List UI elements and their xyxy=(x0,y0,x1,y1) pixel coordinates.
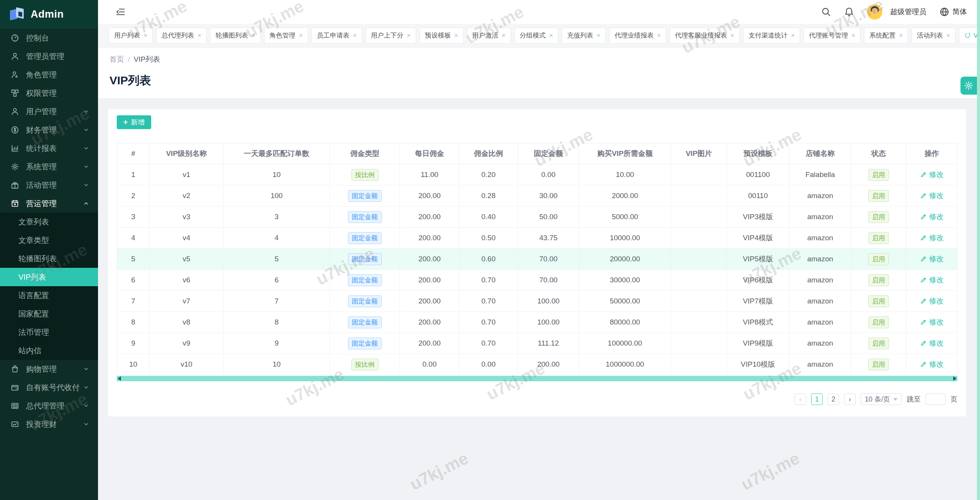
table-row-8[interactable]: 9v99固定金额200.000.70111.12100000.00VIP9模版a… xyxy=(117,333,958,354)
sidebar-item-8[interactable]: 活动管理 xyxy=(0,176,98,194)
tab-label: 活动列表 xyxy=(917,31,943,40)
submenu-item-9-4[interactable]: 语言配置 xyxy=(0,286,98,305)
table-cell: 10 xyxy=(224,354,330,375)
sidebar-item-11[interactable]: 自有账号代收付 xyxy=(0,378,98,397)
tab-3[interactable]: 角色管理× xyxy=(264,28,308,44)
tab-7[interactable]: 用户激活× xyxy=(467,28,511,44)
sidebar-item-7[interactable]: 系统管理 xyxy=(0,157,98,176)
tab-close-icon[interactable]: × xyxy=(596,32,600,39)
tab-close-icon[interactable]: × xyxy=(454,32,458,39)
edit-link[interactable]: 修改 xyxy=(920,317,944,327)
tab-4[interactable]: 员工申请表× xyxy=(312,28,362,44)
tab-close-icon[interactable]: × xyxy=(144,32,147,39)
tab-close-icon[interactable]: × xyxy=(851,32,855,39)
table-row-5[interactable]: 6v66固定金额200.000.7070.0030000.00VIP6模版ama… xyxy=(117,270,958,291)
submenu-item-9-7[interactable]: 站内信 xyxy=(0,341,98,360)
language-switcher[interactable]: 简体 xyxy=(939,7,967,17)
jump-page-input[interactable] xyxy=(926,393,946,405)
edit-link[interactable]: 修改 xyxy=(920,191,944,201)
edit-link[interactable]: 修改 xyxy=(920,212,944,222)
tab-15[interactable]: 活动列表× xyxy=(911,28,956,44)
tab-close-icon[interactable]: × xyxy=(730,32,734,39)
sidebar-item-1[interactable]: 管理员管理 xyxy=(0,47,98,66)
table-row-3[interactable]: 4v44固定金额200.000.5043.7510000.00VIP4模版ama… xyxy=(117,228,958,249)
submenu-item-9-5[interactable]: 国家配置 xyxy=(0,305,98,323)
edit-link[interactable]: 修改 xyxy=(920,359,944,369)
tab-6[interactable]: 预设模板× xyxy=(420,28,464,44)
commission-type-badge: 固定金额 xyxy=(348,316,382,328)
sidebar-item-5[interactable]: 财务管理 xyxy=(0,121,98,139)
table-cell: 0.20 xyxy=(459,164,518,185)
add-button[interactable]: + 新增 xyxy=(117,115,151,129)
sidebar-item-10[interactable]: 购物管理 xyxy=(0,360,98,378)
sidebar-item-12[interactable]: 总代理管理 xyxy=(0,397,98,415)
tab-2[interactable]: 轮播图列表× xyxy=(210,28,261,44)
tab-14[interactable]: 系统配置× xyxy=(864,28,908,44)
page-button-2[interactable]: 2 xyxy=(828,393,839,405)
vertical-scrollbar[interactable] xyxy=(977,0,980,500)
tab-close-icon[interactable]: × xyxy=(252,32,255,39)
edit-link[interactable]: 修改 xyxy=(920,296,944,306)
sidebar-item-3[interactable]: 权限管理 xyxy=(0,84,98,102)
avatar[interactable] xyxy=(867,4,882,20)
table-row-0[interactable]: 1v110按比例11.000.200.0010.00001100Falabell… xyxy=(117,164,958,185)
sidebar-item-2[interactable]: 角色管理 xyxy=(0,66,98,84)
sidebar-item-9[interactable]: 营运管理 xyxy=(0,194,98,213)
next-page-button[interactable]: › xyxy=(844,393,856,405)
tab-close-icon[interactable]: × xyxy=(791,32,795,39)
tab-13[interactable]: 代理账号管理× xyxy=(804,28,861,44)
sidebar-item-0[interactable]: 控制台 xyxy=(0,29,98,47)
prev-page-button[interactable]: ‹ xyxy=(795,393,806,405)
breadcrumb-item-0[interactable]: 首页 xyxy=(109,55,124,63)
tab-close-icon[interactable]: × xyxy=(502,32,506,39)
table-row-9[interactable]: 10v1010按比例0.000.00200.001000000.00VIP10模… xyxy=(117,354,958,375)
tab-10[interactable]: 代理业绩报表× xyxy=(609,28,666,44)
notification-bell-icon[interactable] xyxy=(844,7,854,17)
tab-close-icon[interactable]: × xyxy=(899,32,903,39)
tab-close-icon[interactable]: × xyxy=(353,32,357,39)
edit-link[interactable]: 修改 xyxy=(920,233,944,243)
tab-5[interactable]: 用户上下分× xyxy=(366,28,416,44)
sidebar-item-label: 自有账号代收付 xyxy=(26,382,80,393)
settings-gear-button[interactable] xyxy=(960,77,977,95)
edit-link[interactable]: 修改 xyxy=(920,170,944,180)
horizontal-scrollbar[interactable] xyxy=(117,376,957,381)
page-button-1[interactable]: 1 xyxy=(811,393,823,405)
search-icon[interactable] xyxy=(821,7,831,17)
user-name[interactable]: 超级管理员 xyxy=(890,7,926,17)
edit-link[interactable]: 修改 xyxy=(920,338,944,348)
commission-type-badge: 固定金额 xyxy=(348,232,382,244)
tab-1[interactable]: 总代理列表× xyxy=(156,28,207,44)
sidebar-item-13[interactable]: 投资理财 xyxy=(0,415,98,433)
sidebar-item-6[interactable]: 统计报表 xyxy=(0,139,98,157)
scroll-left-arrow-icon[interactable] xyxy=(118,376,121,381)
sidebar-item-4[interactable]: 用户管理 xyxy=(0,102,98,121)
tab-11[interactable]: 代理客服业绩报表× xyxy=(670,28,740,44)
table-row-4[interactable]: 5v55固定金额200.000.6070.0020000.00VIP5模版ama… xyxy=(117,249,958,270)
sidebar-collapse-icon[interactable] xyxy=(116,7,126,17)
tab-0[interactable]: 用户列表× xyxy=(109,28,153,44)
tab-close-icon[interactable]: × xyxy=(549,32,553,39)
tab-close-icon[interactable]: × xyxy=(657,32,661,39)
table-row-1[interactable]: 2v2100固定金额200.000.2830.002000.0000110ama… xyxy=(117,185,958,207)
tab-close-icon[interactable]: × xyxy=(946,32,950,39)
table-row-2[interactable]: 3v33固定金额200.000.4050.005000.00VIP3模版amaz… xyxy=(117,207,958,228)
table-row-7[interactable]: 8v88固定金额200.000.70100.0080000.00VIP8模式am… xyxy=(117,312,958,333)
tab-close-icon[interactable]: × xyxy=(198,32,201,39)
submenu-item-9-1[interactable]: 文章类型 xyxy=(0,231,98,249)
tab-9[interactable]: 充值列表× xyxy=(562,28,606,44)
tab-close-icon[interactable]: × xyxy=(299,32,303,39)
submenu-item-9-2[interactable]: 轮播图列表 xyxy=(0,249,98,268)
submenu-item-9-6[interactable]: 法币管理 xyxy=(0,323,98,341)
tab-12[interactable]: 支付渠道统计× xyxy=(743,28,800,44)
tab-close-icon[interactable]: × xyxy=(407,32,411,39)
submenu-item-9-0[interactable]: 文章列表 xyxy=(0,213,98,231)
tab-refresh-icon[interactable] xyxy=(964,32,971,39)
tab-8[interactable]: 分组模式× xyxy=(514,28,559,44)
submenu-item-9-3[interactable]: VIP列表 xyxy=(0,268,98,286)
per-page-select[interactable]: 10 条/页 xyxy=(861,393,902,405)
edit-link[interactable]: 修改 xyxy=(920,254,944,264)
edit-link[interactable]: 修改 xyxy=(920,275,944,285)
table-row-6[interactable]: 7v77固定金额200.000.70100.0050000.00VIP7模版am… xyxy=(117,291,958,312)
scroll-right-arrow-icon[interactable] xyxy=(953,376,957,381)
